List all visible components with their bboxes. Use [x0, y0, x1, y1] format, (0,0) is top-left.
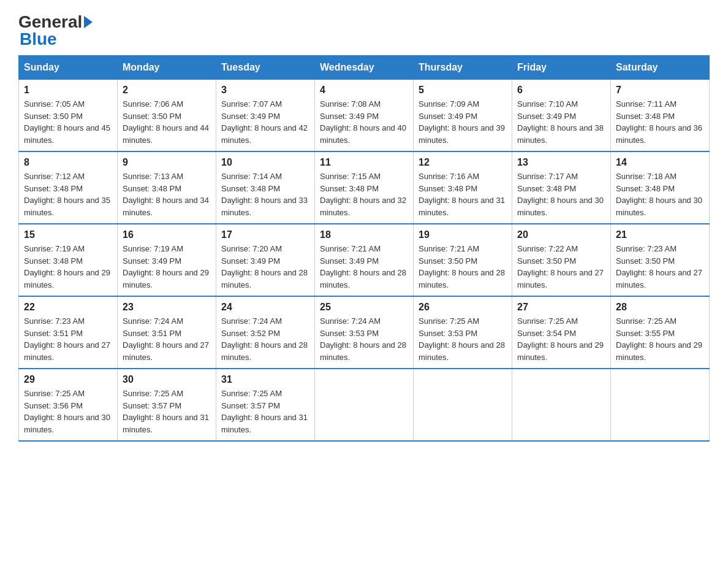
- day-number: 28: [616, 302, 704, 313]
- calendar-cell: 27 Sunrise: 7:25 AMSunset: 3:54 PMDaylig…: [512, 296, 611, 369]
- week-row-3: 15 Sunrise: 7:19 AMSunset: 3:48 PMDaylig…: [19, 224, 710, 296]
- day-number: 26: [419, 302, 507, 313]
- day-info: Sunrise: 7:07 AMSunset: 3:49 PMDaylight:…: [221, 98, 309, 146]
- day-info: Sunrise: 7:23 AMSunset: 3:51 PMDaylight:…: [24, 315, 112, 363]
- calendar-cell: 17 Sunrise: 7:20 AMSunset: 3:49 PMDaylig…: [216, 224, 315, 296]
- calendar-cell: [512, 369, 611, 441]
- day-number: 22: [24, 302, 112, 313]
- day-info: Sunrise: 7:19 AMSunset: 3:49 PMDaylight:…: [123, 243, 211, 291]
- day-info: Sunrise: 7:24 AMSunset: 3:53 PMDaylight:…: [320, 315, 408, 363]
- day-info: Sunrise: 7:17 AMSunset: 3:48 PMDaylight:…: [517, 170, 605, 218]
- logo-bottom: Blue: [20, 29, 57, 49]
- day-number: 12: [419, 157, 507, 168]
- day-number: 7: [616, 85, 704, 96]
- day-info: Sunrise: 7:09 AMSunset: 3:49 PMDaylight:…: [419, 98, 507, 146]
- day-info: Sunrise: 7:25 AMSunset: 3:54 PMDaylight:…: [517, 315, 605, 363]
- day-number: 14: [616, 157, 704, 168]
- calendar-cell: 23 Sunrise: 7:24 AMSunset: 3:51 PMDaylig…: [118, 296, 216, 369]
- day-info: Sunrise: 7:25 AMSunset: 3:57 PMDaylight:…: [123, 388, 211, 435]
- day-number: 8: [24, 157, 112, 168]
- col-header-saturday: Saturday: [611, 56, 710, 80]
- day-number: 4: [320, 85, 408, 96]
- col-header-sunday: Sunday: [19, 56, 118, 80]
- week-row-1: 1 Sunrise: 7:05 AMSunset: 3:50 PMDayligh…: [19, 80, 710, 152]
- day-number: 27: [517, 302, 605, 313]
- calendar-cell: 28 Sunrise: 7:25 AMSunset: 3:55 PMDaylig…: [611, 296, 710, 369]
- day-info: Sunrise: 7:24 AMSunset: 3:52 PMDaylight:…: [221, 315, 309, 363]
- day-info: Sunrise: 7:25 AMSunset: 3:55 PMDaylight:…: [616, 315, 704, 363]
- logo-area: General Blue: [18, 12, 94, 49]
- calendar-cell: [611, 369, 710, 441]
- day-number: 19: [419, 229, 507, 240]
- day-info: Sunrise: 7:24 AMSunset: 3:51 PMDaylight:…: [123, 315, 211, 363]
- calendar-cell: [414, 369, 512, 441]
- calendar-cell: 12 Sunrise: 7:16 AMSunset: 3:48 PMDaylig…: [414, 151, 512, 224]
- day-number: 13: [517, 157, 605, 168]
- col-header-thursday: Thursday: [414, 56, 512, 80]
- calendar-cell: 22 Sunrise: 7:23 AMSunset: 3:51 PMDaylig…: [19, 296, 118, 369]
- day-info: Sunrise: 7:23 AMSunset: 3:50 PMDaylight:…: [616, 243, 704, 291]
- day-number: 17: [221, 229, 309, 240]
- day-info: Sunrise: 7:20 AMSunset: 3:49 PMDaylight:…: [221, 243, 309, 291]
- col-header-wednesday: Wednesday: [315, 56, 414, 80]
- calendar-cell: 6 Sunrise: 7:10 AMSunset: 3:49 PMDayligh…: [512, 80, 611, 152]
- day-number: 23: [123, 302, 211, 313]
- calendar-cell: 29 Sunrise: 7:25 AMSunset: 3:56 PMDaylig…: [19, 369, 118, 441]
- day-info: Sunrise: 7:21 AMSunset: 3:50 PMDaylight:…: [419, 243, 507, 291]
- calendar-cell: 21 Sunrise: 7:23 AMSunset: 3:50 PMDaylig…: [611, 224, 710, 296]
- day-info: Sunrise: 7:13 AMSunset: 3:48 PMDaylight:…: [123, 170, 211, 218]
- calendar-cell: 16 Sunrise: 7:19 AMSunset: 3:49 PMDaylig…: [118, 224, 216, 296]
- week-row-4: 22 Sunrise: 7:23 AMSunset: 3:51 PMDaylig…: [19, 296, 710, 369]
- day-number: 18: [320, 229, 408, 240]
- logo-triangle-icon: [84, 16, 93, 28]
- day-number: 29: [24, 374, 112, 385]
- day-number: 21: [616, 229, 704, 240]
- day-number: 1: [24, 85, 112, 96]
- day-number: 5: [419, 85, 507, 96]
- day-number: 10: [221, 157, 309, 168]
- day-number: 11: [320, 157, 408, 168]
- day-number: 30: [123, 374, 211, 385]
- calendar-cell: 26 Sunrise: 7:25 AMSunset: 3:53 PMDaylig…: [414, 296, 512, 369]
- calendar-cell: 25 Sunrise: 7:24 AMSunset: 3:53 PMDaylig…: [315, 296, 414, 369]
- day-info: Sunrise: 7:21 AMSunset: 3:49 PMDaylight:…: [320, 243, 408, 291]
- calendar-cell: 4 Sunrise: 7:08 AMSunset: 3:49 PMDayligh…: [315, 80, 414, 152]
- calendar-table: SundayMondayTuesdayWednesdayThursdayFrid…: [18, 55, 710, 442]
- calendar-cell: 20 Sunrise: 7:22 AMSunset: 3:50 PMDaylig…: [512, 224, 611, 296]
- col-header-monday: Monday: [118, 56, 216, 80]
- calendar-cell: 7 Sunrise: 7:11 AMSunset: 3:48 PMDayligh…: [611, 80, 710, 152]
- day-info: Sunrise: 7:05 AMSunset: 3:50 PMDaylight:…: [24, 98, 112, 146]
- day-info: Sunrise: 7:15 AMSunset: 3:48 PMDaylight:…: [320, 170, 408, 218]
- calendar-cell: 31 Sunrise: 7:25 AMSunset: 3:57 PMDaylig…: [216, 369, 315, 441]
- calendar-cell: 30 Sunrise: 7:25 AMSunset: 3:57 PMDaylig…: [118, 369, 216, 441]
- day-info: Sunrise: 7:22 AMSunset: 3:50 PMDaylight:…: [517, 243, 605, 291]
- calendar-cell: 19 Sunrise: 7:21 AMSunset: 3:50 PMDaylig…: [414, 224, 512, 296]
- calendar-cell: 8 Sunrise: 7:12 AMSunset: 3:48 PMDayligh…: [19, 151, 118, 224]
- calendar-cell: [315, 369, 414, 441]
- header-row: SundayMondayTuesdayWednesdayThursdayFrid…: [19, 56, 710, 80]
- calendar-cell: 13 Sunrise: 7:17 AMSunset: 3:48 PMDaylig…: [512, 151, 611, 224]
- day-number: 2: [123, 85, 211, 96]
- calendar-cell: 10 Sunrise: 7:14 AMSunset: 3:48 PMDaylig…: [216, 151, 315, 224]
- calendar-cell: 15 Sunrise: 7:19 AMSunset: 3:48 PMDaylig…: [19, 224, 118, 296]
- day-info: Sunrise: 7:10 AMSunset: 3:49 PMDaylight:…: [517, 98, 605, 146]
- day-number: 31: [221, 374, 309, 385]
- calendar-cell: 24 Sunrise: 7:24 AMSunset: 3:52 PMDaylig…: [216, 296, 315, 369]
- day-info: Sunrise: 7:14 AMSunset: 3:48 PMDaylight:…: [221, 170, 309, 218]
- calendar-cell: 1 Sunrise: 7:05 AMSunset: 3:50 PMDayligh…: [19, 80, 118, 152]
- day-number: 9: [123, 157, 211, 168]
- calendar-cell: 2 Sunrise: 7:06 AMSunset: 3:50 PMDayligh…: [118, 80, 216, 152]
- day-number: 6: [517, 85, 605, 96]
- day-info: Sunrise: 7:12 AMSunset: 3:48 PMDaylight:…: [24, 170, 112, 218]
- calendar-cell: 9 Sunrise: 7:13 AMSunset: 3:48 PMDayligh…: [118, 151, 216, 224]
- day-info: Sunrise: 7:16 AMSunset: 3:48 PMDaylight:…: [419, 170, 507, 218]
- day-info: Sunrise: 7:19 AMSunset: 3:48 PMDaylight:…: [24, 243, 112, 291]
- day-info: Sunrise: 7:06 AMSunset: 3:50 PMDaylight:…: [123, 98, 211, 146]
- calendar-cell: 11 Sunrise: 7:15 AMSunset: 3:48 PMDaylig…: [315, 151, 414, 224]
- day-info: Sunrise: 7:25 AMSunset: 3:56 PMDaylight:…: [24, 388, 112, 435]
- day-number: 20: [517, 229, 605, 240]
- header: General Blue: [18, 12, 710, 49]
- calendar-cell: 5 Sunrise: 7:09 AMSunset: 3:49 PMDayligh…: [414, 80, 512, 152]
- day-number: 16: [123, 229, 211, 240]
- day-number: 25: [320, 302, 408, 313]
